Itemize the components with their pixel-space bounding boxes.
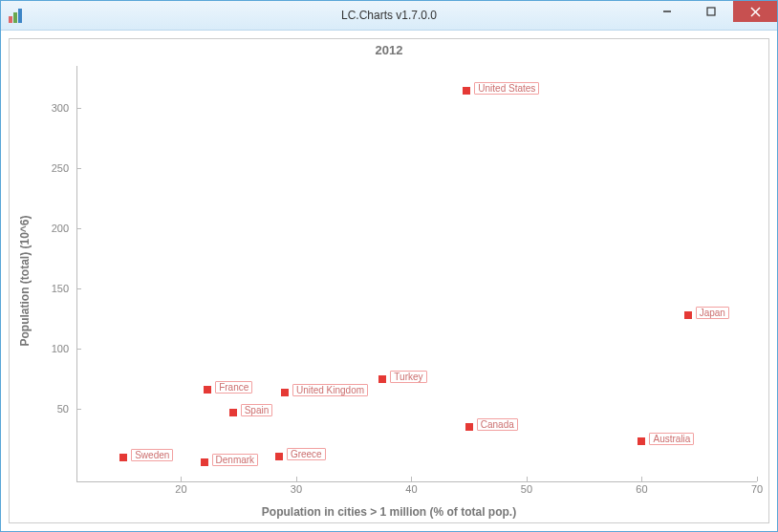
x-axis-label: Population in cities > 1 million (% of t… [10, 505, 768, 519]
app-bar-chart-icon [9, 8, 24, 23]
maximize-icon [706, 7, 716, 16]
chart-panel: 2012 Population (total) (10^6) Populatio… [9, 38, 769, 523]
window-buttons [645, 1, 777, 30]
data-point-label: Denmark [212, 454, 259, 466]
data-point[interactable]: Denmark [201, 458, 208, 466]
data-point[interactable]: Japan [684, 311, 692, 319]
close-icon [750, 7, 761, 17]
data-point-label: United Kingdom [292, 384, 368, 396]
data-point-label: Greece [287, 448, 326, 460]
data-point-label: Turkey [390, 371, 426, 383]
app-window: LC.Charts v1.7.0.0 2012 Population (tota… [0, 0, 778, 532]
data-point-label: Spain [241, 404, 273, 416]
data-point[interactable]: Greece [275, 453, 283, 460]
data-point-label: Canada [477, 418, 518, 431]
chart-title: 2012 [10, 43, 768, 57]
data-point[interactable]: Spain [229, 409, 237, 416]
data-point-label: Sweden [131, 449, 173, 461]
minimize-icon [662, 7, 672, 16]
data-point[interactable]: France [204, 386, 211, 394]
data-point-label: Japan [696, 307, 729, 319]
maximize-button[interactable] [689, 1, 733, 22]
plot-area: 20304050607050100150200250300SwedenDenma… [76, 66, 757, 482]
data-point[interactable]: United Kingdom [281, 389, 289, 396]
data-point-label: United States [474, 82, 539, 95]
data-point[interactable]: United States [463, 87, 470, 95]
data-point[interactable]: Canada [465, 423, 473, 431]
data-point[interactable]: Turkey [378, 375, 386, 383]
titlebar[interactable]: LC.Charts v1.7.0.0 [1, 1, 777, 31]
data-point[interactable]: Sweden [119, 454, 127, 461]
minimize-button[interactable] [645, 1, 689, 22]
y-axis-label: Population (total) (10^6) [18, 215, 32, 346]
close-button[interactable] [733, 1, 777, 22]
data-point-label: France [215, 381, 252, 394]
data-point[interactable]: Australia [638, 437, 645, 445]
svg-rect-1 [707, 8, 715, 15]
data-point-label: Australia [649, 433, 694, 445]
